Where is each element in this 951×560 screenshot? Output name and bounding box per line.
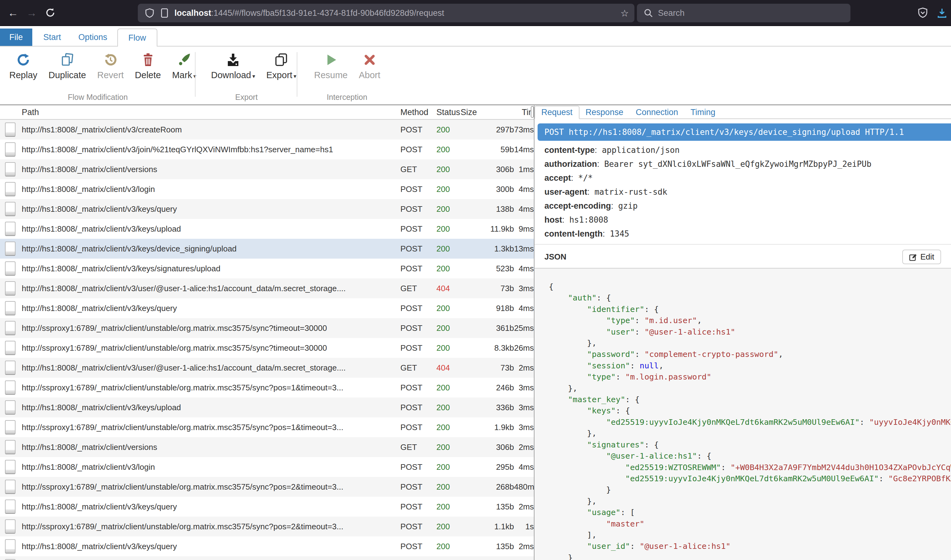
group-caption-export: Export [196, 93, 297, 104]
duplicate-icon [60, 51, 74, 68]
flow-row[interactable]: http://hs1:8008/_matrix/client/v3/keys/q… [0, 497, 534, 517]
flow-row-partial[interactable] [0, 556, 534, 560]
flow-row[interactable]: http://hs1:8008/_matrix/client/v3/keys/u… [0, 397, 534, 417]
flow-row[interactable]: http://ssproxy1:6789/_matrix/client/unst… [0, 378, 534, 397]
request-header-line[interactable]: accept: */* [544, 171, 951, 185]
column-header-status[interactable]: Status [436, 108, 459, 117]
downloads-icon[interactable] [937, 8, 947, 18]
flow-path: http://hs1:8008/_matrix/client/v3/join/%… [22, 145, 400, 154]
search-bar[interactable]: Search [637, 4, 851, 22]
pocket-shield-icon[interactable] [917, 8, 928, 18]
flow-size: 268b [459, 482, 514, 492]
flow-type-icon [0, 341, 22, 355]
flow-row[interactable]: http://hs1:8008/_matrix/client/v3/create… [0, 120, 534, 140]
flow-type-icon [0, 480, 22, 494]
flow-row[interactable]: http://hs1:8008/_matrix/client/versionsG… [0, 159, 534, 179]
export-button[interactable]: Export▾ [261, 51, 302, 93]
browser-toolbar: ← → localhost:1445/#/flows/fba5f13d-91e1… [0, 0, 951, 26]
request-header-line[interactable]: user-agent: matrix-rust-sdk [544, 185, 951, 199]
flow-table-scrollbar[interactable] [530, 105, 534, 560]
flow-type-icon [0, 281, 22, 295]
revert-button[interactable]: Revert [91, 51, 129, 93]
detail-tab-connection[interactable]: Connection [630, 106, 684, 118]
flow-size: 73b [459, 284, 514, 293]
flow-row[interactable]: http://hs1:8008/_matrix/client/v3/user/@… [0, 278, 534, 298]
flow-method: GET [400, 284, 436, 293]
back-icon[interactable]: ← [4, 7, 22, 19]
detail-tab-response[interactable]: Response [579, 106, 630, 118]
flow-row[interactable]: http://ssproxy1:6789/_matrix/client/unst… [0, 318, 534, 338]
flow-size: 306b [459, 165, 514, 174]
menu-start[interactable]: Start [37, 29, 67, 46]
flow-type-icon [0, 182, 22, 196]
flow-row[interactable]: http://ssproxy1:6789/_matrix/client/unst… [0, 417, 534, 437]
menu-options[interactable]: Options [72, 29, 114, 46]
flow-row[interactable]: http://hs1:8008/_matrix/client/v3/keys/q… [0, 537, 534, 556]
request-header-line[interactable]: content-length: 1345 [544, 227, 951, 241]
menu-file[interactable]: File [0, 29, 32, 46]
request-header-line[interactable]: content-type: application/json [544, 143, 951, 157]
mitmweb-window: ← → localhost:1445/#/flows/fba5f13d-91e1… [0, 0, 951, 560]
flow-size: 297b [459, 125, 514, 135]
json-body[interactable]: { "auth": { "identifier": { "type": "m.i… [534, 268, 951, 560]
request-header-line[interactable]: accept-encoding: gzip [544, 199, 951, 213]
group-caption-interception: Interception [297, 93, 397, 104]
flow-method: POST [400, 323, 436, 333]
delete-button[interactable]: Delete [130, 51, 167, 93]
column-header-size[interactable]: Size [459, 108, 514, 117]
request-first-line[interactable]: POST http://hs1:8008/_matrix/client/v3/k… [537, 123, 951, 141]
flow-row[interactable]: http://hs1:8008/_matrix/client/v3/keys/d… [0, 239, 534, 258]
replay-button[interactable]: Replay [4, 51, 43, 93]
flow-row[interactable]: http://hs1:8008/_matrix/client/v3/keys/u… [0, 219, 534, 239]
flow-method: POST [400, 185, 436, 194]
flow-size: 135b [459, 502, 514, 512]
flow-method: POST [400, 462, 436, 472]
flow-row[interactable]: http://hs1:8008/_matrix/client/v3/join/%… [0, 140, 534, 159]
tracking-shield-icon[interactable] [145, 8, 154, 18]
abort-button[interactable]: Abort [353, 51, 386, 93]
flow-type-icon [0, 301, 22, 315]
page-info-icon[interactable] [160, 8, 169, 18]
flow-type-icon [0, 539, 22, 554]
resume-button[interactable]: Resume [309, 51, 353, 93]
flow-path: http://hs1:8008/_matrix/client/v3/keys/s… [22, 264, 400, 274]
menu-flow-active-tab[interactable]: Flow [117, 29, 157, 46]
flow-method: POST [400, 482, 436, 492]
detail-tab-request[interactable]: Request [534, 106, 579, 119]
flow-row[interactable]: http://ssproxy1:6789/_matrix/client/unst… [0, 517, 534, 537]
reload-icon[interactable] [41, 8, 60, 18]
flow-row[interactable]: http://ssproxy1:6789/_matrix/client/unst… [0, 477, 534, 497]
flow-status: 200 [436, 264, 459, 274]
revert-icon [103, 51, 117, 68]
request-header-line[interactable]: host: hs1:8008 [544, 213, 951, 227]
flow-status: 200 [436, 205, 459, 214]
edit-button[interactable]: Edit [902, 249, 941, 264]
detail-tabs: RequestResponseConnectionTiming [534, 105, 951, 119]
download-button[interactable]: Download▾ [205, 51, 261, 93]
flow-row[interactable]: http://hs1:8008/_matrix/client/v3/user/@… [0, 358, 534, 378]
scrollbar-thumb[interactable] [531, 106, 534, 118]
flow-row[interactable]: http://hs1:8008/_matrix/client/v3/keys/q… [0, 298, 534, 318]
url-bar[interactable]: localhost:1445/#/flows/fba5f13d-91e1-437… [138, 4, 635, 22]
flow-status: 200 [436, 323, 459, 333]
duplicate-button[interactable]: Duplicate [43, 51, 91, 93]
request-header-line[interactable]: authorization: Bearer syt_dXNlci0xLWFsaW… [544, 157, 951, 171]
flow-row[interactable]: http://hs1:8008/_matrix/client/versionsG… [0, 437, 534, 457]
column-header-method[interactable]: Method [400, 108, 436, 117]
bookmark-star-icon[interactable]: ☆ [621, 8, 629, 18]
flow-row[interactable]: http://hs1:8008/_matrix/client/v3/keys/q… [0, 199, 534, 219]
forward-icon[interactable]: → [22, 7, 41, 19]
flow-type-icon [0, 460, 22, 474]
detail-tab-timing[interactable]: Timing [684, 106, 722, 118]
url-text[interactable]: localhost:1445/#/flows/fba5f13d-91e1-437… [174, 8, 444, 18]
flow-table-header[interactable]: Path Method Status Size Time [0, 105, 534, 120]
flow-method: GET [400, 165, 436, 174]
flow-row[interactable]: http://hs1:8008/_matrix/client/v3/loginP… [0, 457, 534, 477]
flow-row[interactable]: http://hs1:8008/_matrix/client/v3/loginP… [0, 179, 534, 199]
flow-status: 200 [436, 165, 459, 174]
flow-row[interactable]: http://hs1:8008/_matrix/client/v3/keys/s… [0, 258, 534, 278]
flow-size: 336b [459, 403, 514, 412]
flow-row[interactable]: http://ssproxy1:6789/_matrix/client/unst… [0, 338, 534, 358]
column-header-path[interactable]: Path [22, 108, 400, 117]
mark-icon [177, 51, 191, 68]
